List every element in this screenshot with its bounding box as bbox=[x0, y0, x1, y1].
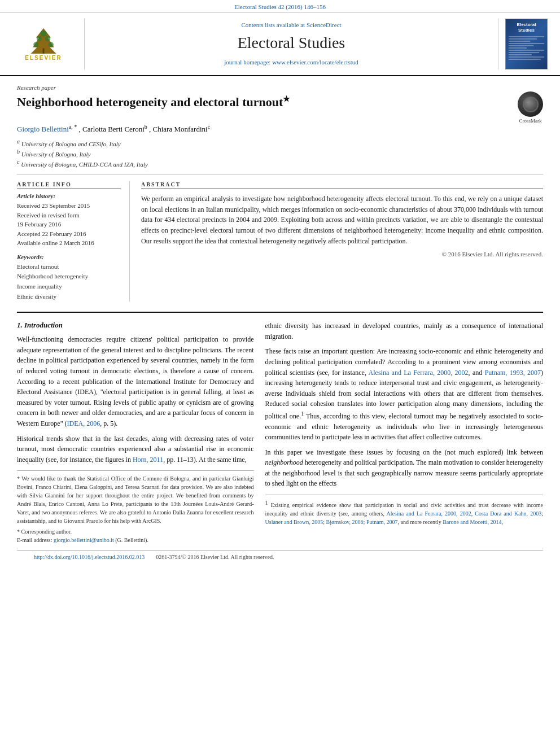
affiliation-b-text: University of Bologna, Italy bbox=[21, 151, 91, 158]
left-column: 1. Introduction Well-functioning democra… bbox=[17, 321, 254, 544]
email-link[interactable]: giorgio.bellettini@unibo.it bbox=[54, 537, 114, 543]
footnote1-text: 1 Existing empirical evidence show that … bbox=[265, 499, 543, 526]
article-info-title: ARTICLE INFO bbox=[17, 181, 121, 189]
article-info: ARTICLE INFO Article history: Received 2… bbox=[17, 181, 130, 302]
svg-point-3 bbox=[40, 30, 46, 37]
revised-date: Received in revised form19 February 2016 bbox=[17, 211, 121, 229]
putnam-link[interactable]: Putnam, 1993, 2007 bbox=[485, 369, 541, 377]
elsevier-logo: ELSEVIER bbox=[12, 27, 75, 61]
idea-link[interactable]: IDEA, 2006 bbox=[67, 420, 100, 427]
section1-title: 1. Introduction bbox=[17, 321, 254, 330]
page: Electoral Studies 42 (2016) 146–156 bbox=[0, 0, 560, 747]
contents-text: Contents lists available at bbox=[241, 21, 305, 28]
doi-link[interactable]: http://dx.doi.org/10.1016/j.electstud.20… bbox=[34, 554, 145, 560]
article-type-label: Research paper bbox=[17, 84, 543, 91]
elsevier-logo-area: ELSEVIER bbox=[11, 19, 85, 69]
author1-name[interactable]: Giorgio Bellettini bbox=[17, 125, 69, 133]
intro-para1: Well-functioning democracies require cit… bbox=[17, 334, 254, 429]
right-para3: In this paper we investigate these issue… bbox=[265, 447, 543, 489]
author2-sup: b bbox=[145, 124, 147, 130]
svg-point-5 bbox=[45, 36, 50, 41]
contents-line: Contents lists available at ScienceDirec… bbox=[96, 21, 487, 28]
title-star: ★ bbox=[283, 95, 290, 103]
footnote1-putnam-link[interactable]: Putnam, 2007 bbox=[366, 519, 398, 525]
received-date: Received 23 September 2015 bbox=[17, 201, 121, 211]
available-date: Available online 2 March 2016 bbox=[17, 238, 121, 248]
crossmark-badge: CrossMark bbox=[518, 91, 543, 124]
journal-title: Electoral Studies bbox=[96, 30, 487, 55]
footnote1-area: 1 Existing empirical evidence show that … bbox=[265, 495, 543, 526]
author2-name: , Carlotta Berti Ceroni bbox=[79, 125, 145, 133]
footnote-star-area: * We would like to thank the Statistical… bbox=[17, 470, 254, 544]
copyright-line: © 2016 Elsevier Ltd. All rights reserved… bbox=[141, 251, 543, 257]
issn-text: 0261-3794/© 2016 Elsevier Ltd. All right… bbox=[156, 554, 274, 560]
abstract-title: ABSTRACT bbox=[141, 181, 543, 189]
article-title-text: Neighborhood heterogeneity and electoral… bbox=[17, 95, 283, 109]
right-para2: These facts raise an important question:… bbox=[265, 346, 543, 442]
article-title-area: Neighborhood heterogeneity and electoral… bbox=[17, 94, 506, 116]
keyword-3: Income inequality bbox=[17, 282, 121, 292]
article-body: Research paper Neighborhood heterogeneit… bbox=[0, 84, 560, 575]
history-title: Article history: bbox=[17, 193, 121, 199]
bottom-bar: http://dx.doi.org/10.1016/j.electstud.20… bbox=[17, 550, 543, 563]
crossmark-inner bbox=[523, 97, 539, 112]
keyword-2: Neighborhood heterogeneity bbox=[17, 272, 121, 282]
affiliation-b: b University of Bologna, Italy bbox=[17, 148, 543, 158]
svg-point-4 bbox=[36, 36, 41, 41]
footnote1-uslaner-link[interactable]: Uslaner and Brown, 2005 bbox=[265, 519, 323, 525]
keyword-4: Ethnic diversity bbox=[17, 292, 121, 302]
tree-graphic bbox=[25, 27, 62, 54]
svg-point-6 bbox=[33, 42, 38, 47]
article-title: Neighborhood heterogeneity and electoral… bbox=[17, 94, 506, 111]
accepted-date: Accepted 22 February 2016 bbox=[17, 229, 121, 239]
journal-cover-area: ElectoralStudies bbox=[498, 19, 549, 69]
footnote-star-text: * We would like to thank the Statistical… bbox=[17, 474, 254, 525]
alesina-link[interactable]: Alesina and La Ferrara, 2000, 2002 bbox=[369, 369, 469, 377]
keywords-section: Keywords: Electoral turnout Neighborhood… bbox=[17, 254, 121, 302]
svg-point-7 bbox=[48, 42, 53, 47]
footnote1-barone-link[interactable]: Barone and Mocetti, 2014 bbox=[443, 519, 501, 525]
footnote1-alesina-link[interactable]: Alesina and La Ferrara, 2000, 2002 bbox=[387, 510, 471, 517]
authors-line: Giorgio Bellettinia, * , Carlotta Berti … bbox=[17, 124, 543, 134]
intro-para2: Historical trends show that in the last … bbox=[17, 434, 254, 465]
footnote-corresponding: * Corresponding author. bbox=[17, 527, 254, 536]
footnote1-bjornskov-link[interactable]: Bjørnskov, 2006 bbox=[326, 519, 364, 525]
right-column: ethnic diversity has increased in develo… bbox=[265, 321, 543, 544]
cover-decoration bbox=[509, 35, 544, 61]
journal-header: ELSEVIER Contents lists available at Sci… bbox=[0, 13, 560, 76]
crossmark-circle bbox=[518, 91, 543, 117]
history-dates: Received 23 September 2015 Received in r… bbox=[17, 201, 121, 248]
right-para1: ethnic diversity has increased in develo… bbox=[265, 321, 543, 342]
abstract-section: ABSTRACT We perform an empirical analysi… bbox=[141, 181, 543, 302]
cover-title: ElectoralStudies bbox=[517, 22, 536, 33]
affiliation-c-text: University of Bologna, CHILD-CCA and IZA… bbox=[21, 160, 148, 167]
footnote1-costa-link[interactable]: Costa Dora and Kahn, 2003 bbox=[475, 510, 541, 517]
abstract-text: We perform an empirical analysis to inve… bbox=[141, 194, 543, 246]
author3-name: , Chiara Monfardini bbox=[149, 125, 208, 133]
journal-cover: ElectoralStudies bbox=[505, 19, 548, 69]
journal-issue-info: Electoral Studies 42 (2016) 146–156 bbox=[234, 3, 326, 10]
email-label: E-mail address: bbox=[17, 537, 54, 543]
main-content: 1. Introduction Well-functioning democra… bbox=[17, 312, 543, 544]
divider-1 bbox=[17, 174, 543, 174]
affiliation-c: c University of Bologna, CHILD-CCA and I… bbox=[17, 159, 543, 168]
author3-sup: c bbox=[208, 124, 210, 130]
homepage-text: journal homepage: bbox=[224, 59, 270, 65]
top-bar: Electoral Studies 42 (2016) 146–156 bbox=[0, 0, 560, 13]
crossmark-text: CrossMark bbox=[518, 118, 543, 124]
author1-sup: a, * bbox=[69, 124, 77, 130]
journal-header-center: Contents lists available at ScienceDirec… bbox=[85, 19, 498, 69]
keywords-title: Keywords: bbox=[17, 254, 121, 260]
elsevier-text: ELSEVIER bbox=[25, 55, 62, 61]
horn-link[interactable]: Horn, 2011 bbox=[133, 456, 163, 464]
homepage-link[interactable]: www.elsevier.com/locate/electstud bbox=[272, 59, 358, 65]
sciencedirect-link[interactable]: ScienceDirect bbox=[307, 21, 342, 28]
affiliation-a: a University of Bologna and CESifo, Ital… bbox=[17, 138, 543, 147]
keyword-1: Electoral turnout bbox=[17, 262, 121, 272]
footnote-email: E-mail address: giorgio.bellettini@unibo… bbox=[17, 536, 254, 544]
article-info-abstract: ARTICLE INFO Article history: Received 2… bbox=[17, 181, 543, 302]
homepage-line: journal homepage: www.elsevier.com/locat… bbox=[96, 59, 487, 65]
affiliation-a-text: University of Bologna and CESifo, Italy bbox=[21, 141, 121, 147]
